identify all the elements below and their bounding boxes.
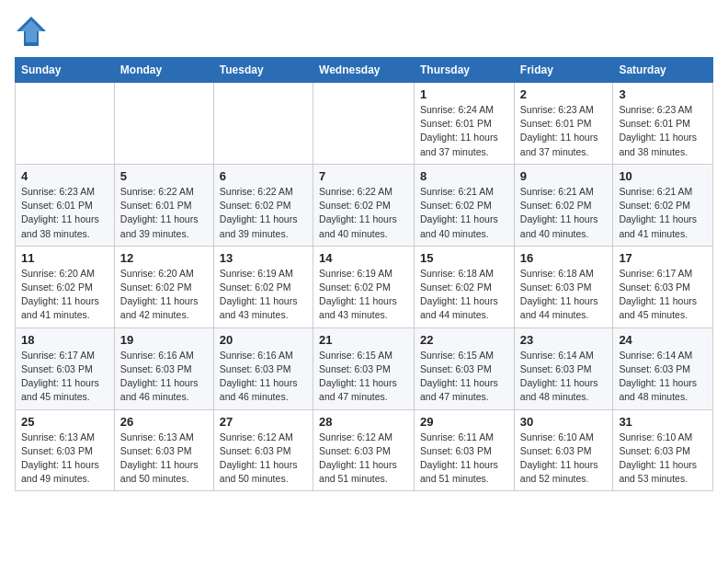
day-info: Sunrise: 6:22 AM Sunset: 6:02 PM Dayligh… — [220, 185, 307, 241]
day-number: 28 — [319, 415, 408, 429]
day-cell: 7Sunrise: 6:22 AM Sunset: 6:02 PM Daylig… — [313, 164, 415, 246]
day-number: 29 — [420, 415, 508, 429]
calendar-table: SundayMondayTuesdayWednesdayThursdayFrid… — [15, 57, 713, 491]
day-cell — [16, 83, 115, 165]
day-info: Sunrise: 6:23 AM Sunset: 6:01 PM Dayligh… — [21, 185, 108, 241]
day-cell: 17Sunrise: 6:17 AM Sunset: 6:03 PM Dayli… — [613, 246, 713, 327]
day-cell: 15Sunrise: 6:18 AM Sunset: 6:02 PM Dayli… — [415, 246, 515, 327]
week-row-2: 4Sunrise: 6:23 AM Sunset: 6:01 PM Daylig… — [16, 164, 713, 246]
day-info: Sunrise: 6:16 AM Sunset: 6:03 PM Dayligh… — [120, 349, 208, 405]
day-number: 21 — [319, 333, 408, 347]
day-info: Sunrise: 6:17 AM Sunset: 6:03 PM Dayligh… — [619, 267, 707, 323]
day-info: Sunrise: 6:18 AM Sunset: 6:03 PM Dayligh… — [520, 267, 608, 323]
col-header-saturday: Saturday — [613, 58, 713, 83]
day-info: Sunrise: 6:21 AM Sunset: 6:02 PM Dayligh… — [520, 185, 608, 241]
week-row-5: 25Sunrise: 6:13 AM Sunset: 6:03 PM Dayli… — [16, 409, 713, 491]
day-cell: 4Sunrise: 6:23 AM Sunset: 6:01 PM Daylig… — [16, 164, 115, 246]
day-number: 24 — [619, 333, 707, 347]
day-info: Sunrise: 6:19 AM Sunset: 6:02 PM Dayligh… — [319, 267, 408, 323]
day-cell: 14Sunrise: 6:19 AM Sunset: 6:02 PM Dayli… — [313, 246, 415, 327]
day-cell: 27Sunrise: 6:12 AM Sunset: 6:03 PM Dayli… — [213, 409, 313, 491]
day-number: 17 — [619, 251, 707, 265]
col-header-monday: Monday — [114, 58, 213, 83]
day-info: Sunrise: 6:23 AM Sunset: 6:01 PM Dayligh… — [520, 103, 608, 159]
day-number: 5 — [120, 169, 208, 183]
day-cell: 26Sunrise: 6:13 AM Sunset: 6:03 PM Dayli… — [114, 409, 213, 491]
day-info: Sunrise: 6:22 AM Sunset: 6:02 PM Dayligh… — [319, 185, 408, 241]
col-header-thursday: Thursday — [415, 58, 515, 83]
day-info: Sunrise: 6:14 AM Sunset: 6:03 PM Dayligh… — [520, 349, 608, 405]
week-row-4: 18Sunrise: 6:17 AM Sunset: 6:03 PM Dayli… — [16, 327, 713, 409]
day-number: 15 — [420, 251, 508, 265]
day-cell: 23Sunrise: 6:14 AM Sunset: 6:03 PM Dayli… — [514, 327, 613, 409]
day-cell: 25Sunrise: 6:13 AM Sunset: 6:03 PM Dayli… — [16, 409, 115, 491]
day-info: Sunrise: 6:13 AM Sunset: 6:03 PM Dayligh… — [21, 431, 108, 487]
day-number: 3 — [619, 87, 707, 101]
day-number: 6 — [220, 169, 307, 183]
day-cell: 19Sunrise: 6:16 AM Sunset: 6:03 PM Dayli… — [114, 327, 213, 409]
day-info: Sunrise: 6:13 AM Sunset: 6:03 PM Dayligh… — [120, 431, 208, 487]
day-info: Sunrise: 6:14 AM Sunset: 6:03 PM Dayligh… — [619, 349, 707, 405]
svg-marker-1 — [20, 20, 42, 42]
day-info: Sunrise: 6:20 AM Sunset: 6:02 PM Dayligh… — [21, 267, 108, 323]
day-number: 26 — [120, 415, 208, 429]
day-number: 4 — [21, 169, 108, 183]
logo — [15, 15, 51, 48]
col-header-tuesday: Tuesday — [213, 58, 313, 83]
day-cell — [114, 83, 213, 165]
day-cell: 21Sunrise: 6:15 AM Sunset: 6:03 PM Dayli… — [313, 327, 415, 409]
day-info: Sunrise: 6:20 AM Sunset: 6:02 PM Dayligh… — [120, 267, 208, 323]
day-info: Sunrise: 6:18 AM Sunset: 6:02 PM Dayligh… — [420, 267, 508, 323]
col-header-friday: Friday — [514, 58, 613, 83]
day-number: 19 — [120, 333, 208, 347]
day-number: 2 — [520, 87, 608, 101]
day-number: 1 — [420, 87, 508, 101]
header-row: SundayMondayTuesdayWednesdayThursdayFrid… — [16, 58, 713, 83]
day-number: 11 — [21, 251, 108, 265]
day-cell: 18Sunrise: 6:17 AM Sunset: 6:03 PM Dayli… — [16, 327, 115, 409]
day-cell: 5Sunrise: 6:22 AM Sunset: 6:01 PM Daylig… — [114, 164, 213, 246]
day-cell: 1Sunrise: 6:24 AM Sunset: 6:01 PM Daylig… — [415, 83, 515, 165]
week-row-3: 11Sunrise: 6:20 AM Sunset: 6:02 PM Dayli… — [16, 246, 713, 327]
day-info: Sunrise: 6:16 AM Sunset: 6:03 PM Dayligh… — [220, 349, 307, 405]
col-header-wednesday: Wednesday — [313, 58, 415, 83]
day-cell: 8Sunrise: 6:21 AM Sunset: 6:02 PM Daylig… — [415, 164, 515, 246]
day-number: 16 — [520, 251, 608, 265]
day-cell: 20Sunrise: 6:16 AM Sunset: 6:03 PM Dayli… — [213, 327, 313, 409]
day-cell: 31Sunrise: 6:10 AM Sunset: 6:03 PM Dayli… — [613, 409, 713, 491]
day-cell: 2Sunrise: 6:23 AM Sunset: 6:01 PM Daylig… — [514, 83, 613, 165]
day-number: 18 — [21, 333, 108, 347]
day-info: Sunrise: 6:10 AM Sunset: 6:03 PM Dayligh… — [520, 431, 608, 487]
page-header — [15, 15, 713, 48]
day-number: 31 — [619, 415, 707, 429]
logo-icon — [15, 15, 48, 48]
day-cell: 6Sunrise: 6:22 AM Sunset: 6:02 PM Daylig… — [213, 164, 313, 246]
day-number: 10 — [619, 169, 707, 183]
day-number: 12 — [120, 251, 208, 265]
day-number: 13 — [220, 251, 307, 265]
day-info: Sunrise: 6:22 AM Sunset: 6:01 PM Dayligh… — [120, 185, 208, 241]
day-number: 9 — [520, 169, 608, 183]
day-info: Sunrise: 6:17 AM Sunset: 6:03 PM Dayligh… — [21, 349, 108, 405]
day-cell: 22Sunrise: 6:15 AM Sunset: 6:03 PM Dayli… — [415, 327, 515, 409]
day-cell: 12Sunrise: 6:20 AM Sunset: 6:02 PM Dayli… — [114, 246, 213, 327]
day-number: 25 — [21, 415, 108, 429]
day-info: Sunrise: 6:23 AM Sunset: 6:01 PM Dayligh… — [619, 103, 707, 159]
day-cell: 16Sunrise: 6:18 AM Sunset: 6:03 PM Dayli… — [514, 246, 613, 327]
day-number: 22 — [420, 333, 508, 347]
day-info: Sunrise: 6:19 AM Sunset: 6:02 PM Dayligh… — [220, 267, 307, 323]
day-cell: 10Sunrise: 6:21 AM Sunset: 6:02 PM Dayli… — [613, 164, 713, 246]
day-info: Sunrise: 6:15 AM Sunset: 6:03 PM Dayligh… — [420, 349, 508, 405]
day-cell — [213, 83, 313, 165]
day-cell — [313, 83, 415, 165]
day-info: Sunrise: 6:21 AM Sunset: 6:02 PM Dayligh… — [420, 185, 508, 241]
day-cell: 30Sunrise: 6:10 AM Sunset: 6:03 PM Dayli… — [514, 409, 613, 491]
day-info: Sunrise: 6:12 AM Sunset: 6:03 PM Dayligh… — [319, 431, 408, 487]
day-number: 30 — [520, 415, 608, 429]
day-info: Sunrise: 6:15 AM Sunset: 6:03 PM Dayligh… — [319, 349, 408, 405]
day-cell: 13Sunrise: 6:19 AM Sunset: 6:02 PM Dayli… — [213, 246, 313, 327]
day-number: 8 — [420, 169, 508, 183]
day-number: 20 — [220, 333, 307, 347]
day-number: 14 — [319, 251, 408, 265]
day-number: 27 — [220, 415, 307, 429]
